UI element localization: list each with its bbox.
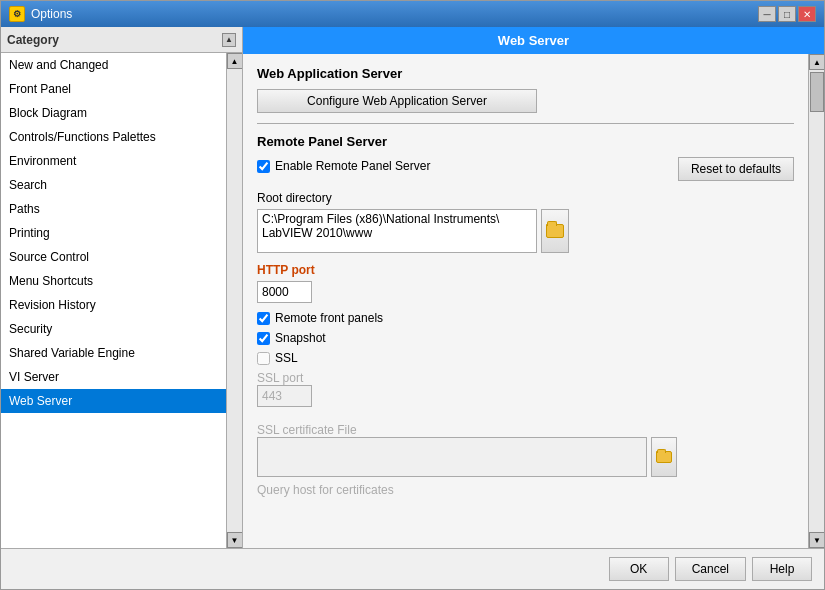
sidebar-list: New and Changed Front Panel Block Diagra… bbox=[1, 53, 226, 548]
remote-panel-title: Remote Panel Server bbox=[257, 134, 794, 149]
root-dir-row: C:\Program Files (x86)\National Instrume… bbox=[257, 209, 794, 253]
reset-defaults-button[interactable]: Reset to defaults bbox=[678, 157, 794, 181]
ssl-cert-browse-button[interactable] bbox=[651, 437, 677, 477]
remote-front-panels-row: Remote front panels bbox=[257, 311, 794, 325]
root-dir-browse-button[interactable] bbox=[541, 209, 569, 253]
snapshot-label: Snapshot bbox=[275, 331, 326, 345]
sidebar-item-printing[interactable]: Printing bbox=[1, 221, 226, 245]
ssl-port-input[interactable] bbox=[257, 385, 312, 407]
ssl-cert-row bbox=[257, 437, 794, 477]
bottom-bar: OK Cancel Help bbox=[1, 548, 824, 589]
separator-1 bbox=[257, 123, 794, 124]
enable-remote-row: Enable Remote Panel Server bbox=[257, 159, 430, 173]
snapshot-checkbox[interactable] bbox=[257, 332, 270, 345]
root-dir-input[interactable]: C:\Program Files (x86)\National Instrume… bbox=[257, 209, 537, 253]
enable-remote-label: Enable Remote Panel Server bbox=[275, 159, 430, 173]
sidebar-item-paths[interactable]: Paths bbox=[1, 197, 226, 221]
sidebar-item-controls-palettes[interactable]: Controls/Functions Palettes bbox=[1, 125, 226, 149]
sidebar-item-search[interactable]: Search bbox=[1, 173, 226, 197]
enable-remote-checkbox[interactable] bbox=[257, 160, 270, 173]
sidebar-item-shared-variable[interactable]: Shared Variable Engine bbox=[1, 341, 226, 365]
configure-web-app-button[interactable]: Configure Web Application Server bbox=[257, 89, 537, 113]
close-button[interactable]: ✕ bbox=[798, 6, 816, 22]
sidebar-scroll-up-arrow[interactable]: ▲ bbox=[227, 53, 243, 69]
sidebar-item-new-changed[interactable]: New and Changed bbox=[1, 53, 226, 77]
web-app-server-title: Web Application Server bbox=[257, 66, 794, 81]
title-bar: ⚙ Options ─ □ ✕ bbox=[1, 1, 824, 27]
ssl-row: SSL bbox=[257, 351, 794, 365]
ssl-cert-input[interactable] bbox=[257, 437, 647, 477]
minimize-button[interactable]: ─ bbox=[758, 6, 776, 22]
window-title: Options bbox=[31, 7, 72, 21]
content-area: Category ▲ New and Changed Front Panel B… bbox=[1, 27, 824, 548]
sidebar-item-front-panel[interactable]: Front Panel bbox=[1, 77, 226, 101]
root-dir-label: Root directory bbox=[257, 191, 794, 205]
ssl-checkbox[interactable] bbox=[257, 352, 270, 365]
panel-header: Web Server bbox=[243, 27, 824, 54]
maximize-button[interactable]: □ bbox=[778, 6, 796, 22]
remote-front-panels-label: Remote front panels bbox=[275, 311, 383, 325]
main-panel: Web Server Web Application Server Config… bbox=[243, 27, 824, 548]
help-button[interactable]: Help bbox=[752, 557, 812, 581]
sidebar-scroll-down-arrow[interactable]: ▼ bbox=[227, 532, 243, 548]
ssl-label: SSL bbox=[275, 351, 298, 365]
window-icon: ⚙ bbox=[9, 6, 25, 22]
sidebar-item-block-diagram[interactable]: Block Diagram bbox=[1, 101, 226, 125]
sidebar-item-vi-server[interactable]: VI Server bbox=[1, 365, 226, 389]
remote-panel-row: Enable Remote Panel Server Reset to defa… bbox=[257, 157, 794, 181]
http-port-input[interactable] bbox=[257, 281, 312, 303]
folder-icon bbox=[546, 224, 564, 238]
panel-scroll-track bbox=[809, 70, 824, 532]
sidebar-header: Category ▲ bbox=[1, 27, 242, 53]
ssl-port-label: SSL port bbox=[257, 371, 794, 385]
http-port-label: HTTP port bbox=[257, 263, 794, 277]
sidebar-item-source-control[interactable]: Source Control bbox=[1, 245, 226, 269]
sidebar-item-revision-history[interactable]: Revision History bbox=[1, 293, 226, 317]
sidebar-item-menu-shortcuts[interactable]: Menu Shortcuts bbox=[1, 269, 226, 293]
options-window: ⚙ Options ─ □ ✕ Category ▲ New and Chang… bbox=[0, 0, 825, 590]
ssl-cert-label: SSL certificate File bbox=[257, 423, 794, 437]
panel-content: Web Application Server Configure Web App… bbox=[243, 54, 808, 548]
sidebar-item-web-server[interactable]: Web Server bbox=[1, 389, 226, 413]
panel-scroll-thumb[interactable] bbox=[810, 72, 824, 112]
panel-scrollbar: ▲ ▼ bbox=[808, 54, 824, 548]
ok-button[interactable]: OK bbox=[609, 557, 669, 581]
snapshot-row: Snapshot bbox=[257, 331, 794, 345]
ssl-folder-icon bbox=[656, 451, 672, 463]
sidebar-scroll-up[interactable]: ▲ bbox=[222, 33, 236, 47]
panel-scroll-down[interactable]: ▼ bbox=[809, 532, 824, 548]
remote-front-panels-checkbox[interactable] bbox=[257, 312, 270, 325]
cancel-button[interactable]: Cancel bbox=[675, 557, 746, 581]
sidebar-scroll-track bbox=[227, 69, 242, 532]
panel-scroll-up[interactable]: ▲ bbox=[809, 54, 824, 70]
sidebar: Category ▲ New and Changed Front Panel B… bbox=[1, 27, 243, 548]
sidebar-scrollbar: ▲ ▼ bbox=[226, 53, 242, 548]
query-host-label: Query host for certificates bbox=[257, 483, 394, 497]
sidebar-item-security[interactable]: Security bbox=[1, 317, 226, 341]
sidebar-item-environment[interactable]: Environment bbox=[1, 149, 226, 173]
